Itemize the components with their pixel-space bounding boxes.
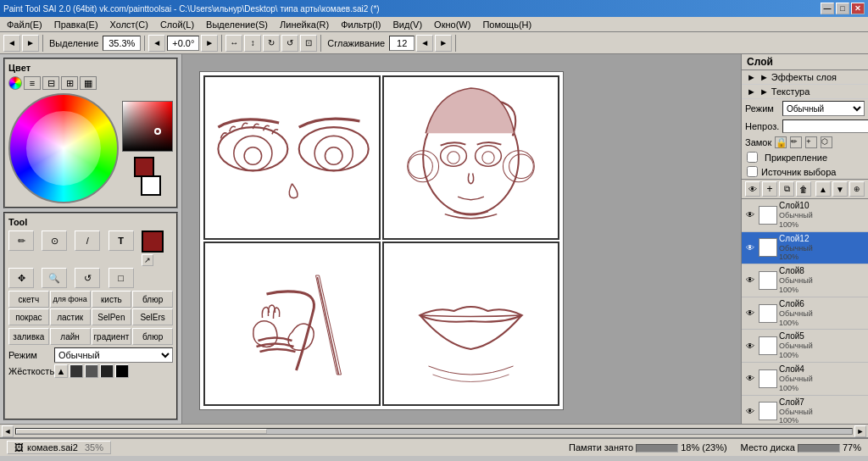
brush-blur2[interactable]: блюр bbox=[132, 328, 173, 345]
scroll-track[interactable] bbox=[15, 428, 853, 435]
tool-text[interactable]: T bbox=[108, 230, 134, 251]
extra-color[interactable]: ↗ bbox=[142, 254, 153, 266]
reset[interactable]: ↺ bbox=[281, 35, 298, 52]
color-swatch-main[interactable] bbox=[142, 230, 164, 253]
layer-item-sloy5[interactable]: 👁 Слой5 Обычный 100% bbox=[742, 330, 868, 363]
brush-sketch[interactable]: скетч bbox=[8, 291, 49, 308]
brush-line[interactable]: лайн bbox=[50, 328, 91, 345]
smoothing-input[interactable] bbox=[389, 36, 415, 51]
menu-canvas[interactable]: Холст(С) bbox=[105, 19, 153, 31]
flip-h[interactable]: ↔ bbox=[225, 35, 242, 52]
layer-delete-btn[interactable]: 🗑 bbox=[796, 181, 811, 197]
tool-move[interactable]: ✥ bbox=[8, 268, 34, 288]
brush-gradient[interactable]: градиент bbox=[92, 328, 132, 345]
hardness-4[interactable] bbox=[100, 364, 114, 378]
layer-item-sloy4[interactable]: 👁 Слой4 Обычный 100% bbox=[742, 363, 868, 396]
background-swatch[interactable] bbox=[141, 175, 161, 196]
layer-item-sloy10[interactable]: 👁 Слой10 Обычный 100% bbox=[742, 199, 868, 232]
color-tab-grid[interactable]: ⊞ bbox=[61, 76, 78, 90]
layer-item-sloy6[interactable]: 👁 Слой6 Обычный 100% bbox=[742, 297, 868, 330]
color-tab-circle[interactable] bbox=[8, 76, 22, 90]
menu-ruler[interactable]: Линейка(R) bbox=[275, 19, 334, 31]
brush-selpen[interactable]: SelPen bbox=[92, 308, 132, 325]
rotate-right[interactable]: ► bbox=[201, 35, 218, 52]
menu-select[interactable]: Выделение(S) bbox=[201, 19, 273, 31]
color-wheel[interactable] bbox=[8, 93, 119, 203]
layer-down-btn[interactable]: ▼ bbox=[832, 181, 848, 197]
foreground-swatch[interactable] bbox=[134, 157, 154, 177]
toolbar-fwd[interactable]: ► bbox=[22, 35, 39, 52]
file-tab[interactable]: 🖼 комаев.sai2 35% bbox=[7, 441, 111, 454]
tool-pen[interactable]: / bbox=[75, 230, 100, 251]
layer-eye-sloy6[interactable]: 👁 bbox=[743, 307, 757, 320]
brush-eraser[interactable]: ластик bbox=[50, 308, 91, 325]
tool-brush2[interactable]: ⊙ bbox=[42, 230, 67, 251]
layer-eye-sloy5[interactable]: 👁 bbox=[743, 339, 757, 353]
layer-effects[interactable]: ► ► Эффекты слоя bbox=[742, 70, 868, 85]
menu-filter[interactable]: Фильтр(I) bbox=[336, 19, 386, 31]
color-tab-palette[interactable]: ▦ bbox=[80, 76, 97, 90]
lock-pencil[interactable]: ✏ bbox=[790, 136, 802, 148]
scroll-left[interactable]: ◄ bbox=[2, 425, 14, 437]
menu-layer[interactable]: Слой(L) bbox=[155, 19, 199, 31]
layer-eye-sloy7[interactable]: 👁 bbox=[743, 404, 757, 418]
close-button[interactable]: ✕ bbox=[851, 3, 865, 14]
layer-merge-btn[interactable]: ⊕ bbox=[849, 181, 865, 197]
flip-v[interactable]: ↕ bbox=[244, 35, 261, 52]
hardness-1[interactable]: ▲ bbox=[54, 364, 68, 378]
mode-dropdown[interactable]: Обычный bbox=[54, 347, 173, 363]
layer-eye-sloy12[interactable]: 👁 bbox=[743, 241, 757, 254]
brush-brush[interactable]: кисть bbox=[92, 291, 132, 308]
tool-rotate[interactable]: ↺ bbox=[75, 268, 100, 288]
smooth-up[interactable]: ► bbox=[435, 35, 452, 52]
layer-up-btn[interactable]: ▲ bbox=[815, 181, 831, 197]
hardness-5[interactable] bbox=[115, 364, 129, 378]
layer-item-sloy7[interactable]: 👁 Слой7 Обычный 100% bbox=[742, 396, 868, 424]
source-checkbox[interactable] bbox=[747, 166, 758, 177]
layer-mode-dropdown[interactable]: Обычный bbox=[782, 101, 865, 116]
tool-pencil[interactable]: ✏ bbox=[8, 230, 34, 251]
layer-item-sloy12[interactable]: 👁 Слой12 Обычный 100% bbox=[742, 232, 868, 265]
canvas-area[interactable] bbox=[182, 54, 741, 424]
attach-checkbox[interactable] bbox=[747, 152, 758, 163]
tool-zoom[interactable]: 🔍 bbox=[42, 268, 67, 288]
hardness-2[interactable] bbox=[70, 364, 83, 378]
rotate90[interactable]: ↻ bbox=[263, 35, 280, 52]
smooth-down[interactable]: ◄ bbox=[416, 35, 433, 52]
lock-icon[interactable]: 🔒 bbox=[775, 136, 787, 148]
angle-input[interactable] bbox=[167, 36, 199, 51]
menu-window[interactable]: Окно(W) bbox=[429, 19, 476, 31]
opacity-input[interactable] bbox=[782, 119, 868, 133]
tool-select2[interactable]: □ bbox=[108, 268, 134, 288]
toolbar-back[interactable]: ◄ bbox=[3, 35, 20, 52]
layer-eye-sloy10[interactable]: 👁 bbox=[743, 208, 757, 222]
lock-plus[interactable]: + bbox=[805, 136, 817, 148]
layer-copy-btn[interactable]: ⧉ bbox=[779, 181, 794, 197]
scroll-right[interactable]: ► bbox=[854, 425, 866, 437]
brush-bg[interactable]: для фона bbox=[50, 291, 91, 308]
hardness-3[interactable] bbox=[85, 364, 98, 378]
menu-view[interactable]: Вид(V) bbox=[388, 19, 428, 31]
brush-blur[interactable]: блюр bbox=[132, 291, 173, 308]
layer-eye-sloy8[interactable]: 👁 bbox=[743, 274, 757, 287]
brush-pokras[interactable]: покрас bbox=[8, 308, 49, 325]
menu-help[interactable]: Помощь(H) bbox=[477, 19, 537, 31]
brush-fill[interactable]: заливка bbox=[8, 328, 49, 345]
rotate-left[interactable]: ◄ bbox=[148, 35, 165, 52]
minimize-button[interactable]: — bbox=[821, 3, 834, 14]
color-tab-h[interactable]: ≡ bbox=[24, 76, 41, 90]
lock-hex[interactable]: ⬡ bbox=[821, 136, 832, 148]
brush-selers[interactable]: SelErs bbox=[132, 308, 173, 325]
fit[interactable]: ⊡ bbox=[300, 35, 317, 52]
layer-item-sloy8[interactable]: 👁 Слой8 Обычный 100% bbox=[742, 264, 868, 297]
maximize-button[interactable]: □ bbox=[836, 3, 849, 14]
menu-file[interactable]: Файл(Е) bbox=[2, 19, 47, 31]
color-tab-sliders[interactable]: ⊟ bbox=[42, 76, 59, 90]
zoom-input[interactable] bbox=[103, 36, 141, 51]
layer-eye-btn[interactable]: 👁 bbox=[745, 181, 760, 197]
layer-texture[interactable]: ► ► Текстура bbox=[742, 85, 868, 99]
layer-add-btn[interactable]: + bbox=[762, 181, 777, 197]
menu-edit[interactable]: Правка(Е) bbox=[49, 19, 103, 31]
color-box[interactable] bbox=[122, 101, 173, 152]
layer-eye-sloy4[interactable]: 👁 bbox=[743, 372, 757, 386]
